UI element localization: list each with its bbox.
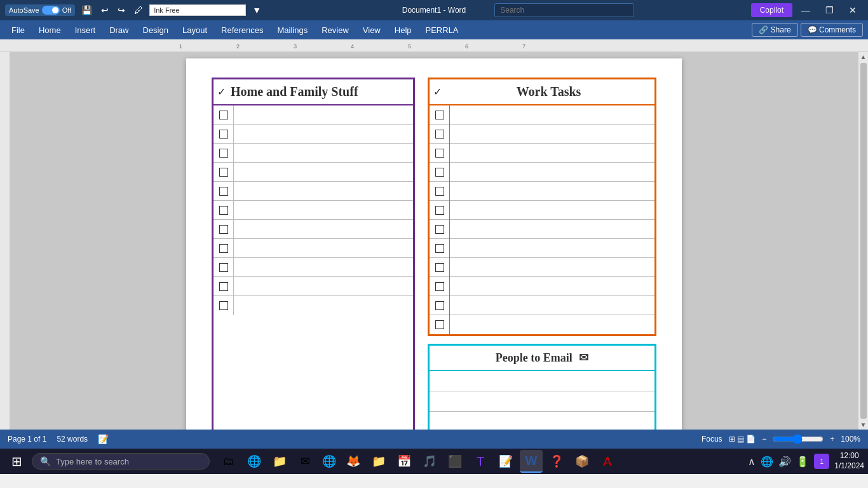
row-checkbox[interactable] [430, 201, 450, 220]
row-checkbox[interactable] [430, 239, 450, 258]
row-checkbox[interactable] [214, 182, 234, 201]
notification-button[interactable]: 1 [814, 454, 829, 469]
menu-perrla[interactable]: PERRLA [419, 23, 465, 37]
taskbar-app-explorer[interactable]: 📁 [367, 450, 390, 473]
scroll-up-button[interactable]: ▲ [859, 52, 868, 62]
share-button[interactable]: 🔗 Share [752, 23, 797, 37]
font-name-input[interactable] [149, 4, 246, 16]
row-checkbox[interactable] [430, 296, 450, 315]
checkbox[interactable] [219, 168, 228, 177]
taskbar-app-spotify[interactable]: 🎵 [418, 450, 441, 473]
zoom-out-button[interactable]: − [762, 435, 766, 444]
row-checkbox[interactable] [430, 163, 450, 182]
zoom-in-button[interactable]: + [830, 435, 834, 444]
search-input[interactable] [494, 3, 634, 17]
taskbar-app-edge[interactable]: 🌐 [243, 450, 266, 473]
menu-help[interactable]: Help [388, 23, 418, 37]
email-row[interactable] [430, 391, 654, 412]
row-checkbox[interactable] [430, 144, 450, 163]
checkbox[interactable] [435, 320, 444, 329]
checkbox[interactable] [435, 187, 444, 196]
checkbox[interactable] [219, 206, 228, 215]
checkbox[interactable] [435, 301, 444, 310]
checkbox[interactable] [435, 225, 444, 234]
row-checkbox[interactable] [214, 125, 234, 144]
redo-button[interactable]: ↪ [115, 4, 128, 17]
checkbox[interactable] [435, 244, 444, 253]
scroll-thumb[interactable] [860, 63, 867, 419]
taskbar-app-mail[interactable]: ✉ [294, 450, 316, 473]
document-scroll[interactable]: ✓ Home and Family Stuff [10, 52, 858, 430]
checkbox[interactable] [435, 206, 444, 215]
copilot-button[interactable]: Copilot [751, 3, 792, 17]
taskbar-app-dropbox[interactable]: 📦 [571, 450, 593, 473]
menu-file[interactable]: File [5, 23, 31, 37]
checkbox[interactable] [435, 111, 444, 119]
checkbox[interactable] [435, 168, 444, 177]
taskbar-app-firefox[interactable]: 🦊 [342, 450, 365, 473]
email-row[interactable] [430, 412, 654, 430]
start-button[interactable]: ⊞ [4, 450, 29, 473]
checkbox[interactable] [219, 111, 228, 119]
taskbar-up-arrow[interactable]: ∧ [748, 456, 756, 468]
taskbar-app-help[interactable]: ❓ [545, 450, 568, 473]
menu-design[interactable]: Design [137, 23, 175, 37]
checkbox[interactable] [219, 263, 228, 272]
undo-button[interactable]: ↩ [98, 4, 111, 17]
taskbar-app-teams[interactable]: T [469, 450, 492, 473]
taskbar-app-calendar[interactable]: 📅 [393, 450, 416, 473]
taskbar-app-task-view[interactable]: 🗂 [217, 450, 240, 473]
email-row[interactable] [430, 371, 654, 391]
menu-home[interactable]: Home [32, 23, 67, 37]
taskbar-app-files[interactable]: 📁 [268, 450, 291, 473]
checkbox[interactable] [435, 282, 444, 291]
minimize-button[interactable]: — [795, 3, 817, 18]
taskbar-app-terminal[interactable]: ⬛ [444, 450, 466, 473]
checkbox[interactable] [435, 149, 444, 158]
row-checkbox[interactable] [214, 277, 234, 296]
checkbox[interactable] [435, 263, 444, 272]
restore-button[interactable]: ❐ [819, 3, 840, 18]
row-checkbox[interactable] [214, 239, 234, 258]
scroll-down-button[interactable]: ▼ [859, 420, 868, 430]
checkbox[interactable] [219, 225, 228, 234]
proofing-icon[interactable]: 📝 [98, 434, 109, 444]
menu-view[interactable]: View [356, 23, 387, 37]
menu-draw[interactable]: Draw [103, 23, 135, 37]
row-checkbox[interactable] [430, 315, 450, 334]
checkbox[interactable] [219, 282, 228, 291]
comments-button[interactable]: 💬 Comments [801, 23, 863, 37]
row-checkbox[interactable] [214, 201, 234, 220]
checkbox[interactable] [219, 130, 228, 139]
checkbox[interactable] [219, 244, 228, 253]
menu-mailings[interactable]: Mailings [271, 23, 315, 37]
checkbox[interactable] [435, 130, 444, 139]
taskbar-app-acrobat[interactable]: A [596, 450, 619, 473]
voice-button[interactable]: 🖊 [132, 4, 146, 17]
checkbox[interactable] [219, 301, 228, 310]
row-checkbox[interactable] [430, 258, 450, 277]
focus-button[interactable]: Focus [702, 435, 722, 444]
row-checkbox[interactable] [430, 182, 450, 201]
row-checkbox[interactable] [430, 125, 450, 144]
expand-font-button[interactable]: ▼ [250, 4, 264, 17]
row-checkbox[interactable] [430, 220, 450, 239]
taskbar-app-word[interactable]: W [520, 450, 543, 473]
battery-icon[interactable]: 🔋 [796, 456, 809, 468]
row-checkbox[interactable] [430, 277, 450, 296]
taskbar-search[interactable]: 🔍 Type here to search [32, 453, 210, 470]
taskbar-app-chrome[interactable]: 🌐 [319, 451, 339, 471]
vertical-scrollbar[interactable]: ▲ ▼ [858, 52, 868, 430]
menu-insert[interactable]: Insert [69, 23, 102, 37]
row-checkbox[interactable] [214, 163, 234, 182]
menu-references[interactable]: References [215, 23, 269, 37]
save-button[interactable]: 💾 [79, 4, 95, 17]
taskbar-app-sticky[interactable]: 📝 [494, 450, 517, 473]
row-checkbox[interactable] [214, 258, 234, 277]
row-checkbox[interactable] [214, 220, 234, 239]
close-button[interactable]: ✕ [843, 3, 863, 18]
autosave-button[interactable]: AutoSave Off [5, 4, 75, 16]
menu-layout[interactable]: Layout [176, 23, 214, 37]
checkbox[interactable] [219, 187, 228, 196]
volume-icon[interactable]: 🔊 [778, 456, 791, 468]
